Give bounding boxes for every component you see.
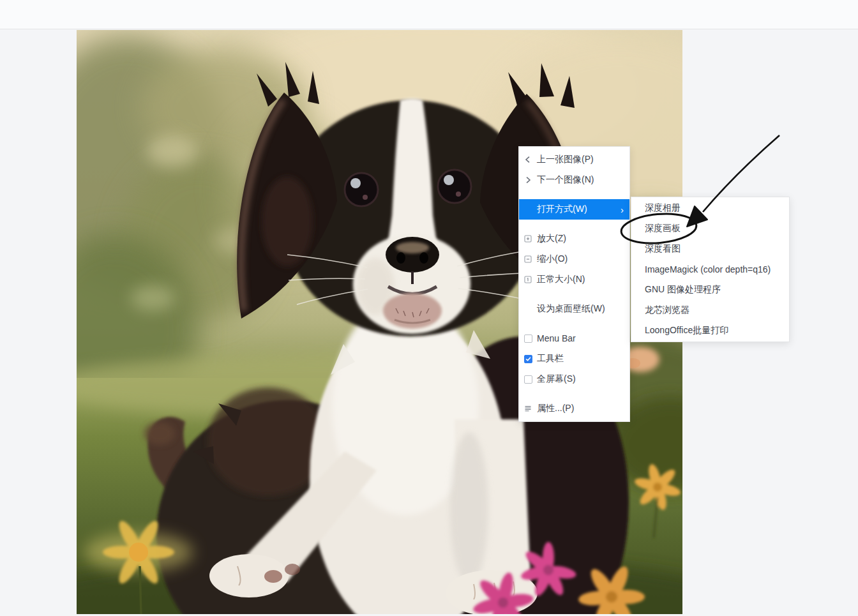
submenu-item-deepin-album[interactable]: 深度相册: [631, 198, 789, 218]
submenu-item-label: 深度看图: [645, 243, 681, 255]
submenu-item-label: 深度画板: [645, 223, 681, 234]
menu-item-toolbar[interactable]: 工具栏: [519, 349, 629, 369]
screen: { "context_menu": { "items": [ { "label"…: [0, 0, 858, 616]
menu-item-label: 全屏幕(S): [537, 373, 624, 385]
menu-separator-gap: [519, 190, 629, 199]
menu-item-zoom-in[interactable]: 放大(Z): [519, 229, 629, 249]
menu-item-properties[interactable]: 属性...(P): [519, 398, 629, 419]
open-with-submenu: 深度相册 深度画板 深度看图 ImageMagick (color depth=…: [631, 197, 790, 342]
checkbox-checked-icon: [519, 355, 537, 363]
menu-item-open-with[interactable]: 打开方式(W) ›: [519, 199, 629, 220]
menu-separator-gap: [519, 389, 629, 398]
menu-item-previous-image[interactable]: 上一张图像(P): [519, 149, 629, 170]
submenu-item-label: 龙芯浏览器: [645, 304, 689, 316]
submenu-item-loongoffice-batch-print[interactable]: LoongOffice批量打印: [631, 320, 789, 341]
viewer-toolbar-strip: [0, 0, 858, 29]
submenu-item-deepin-image-viewer[interactable]: 深度看图: [631, 239, 789, 259]
submenu-item-label: ImageMagick (color depth=q16): [645, 264, 771, 274]
submenu-item-deepin-draw[interactable]: 深度画板: [631, 218, 789, 239]
zoom-in-icon: [519, 235, 537, 243]
menu-item-label: 下一个图像(N): [537, 174, 624, 186]
menu-item-menu-bar[interactable]: Menu Bar: [519, 328, 629, 349]
properties-lines-icon: [519, 405, 537, 412]
menu-separator-gap: [519, 319, 629, 328]
submenu-item-loongson-browser[interactable]: 龙芯浏览器: [631, 300, 789, 320]
menu-item-set-wallpaper[interactable]: 设为桌面壁纸(W): [519, 299, 629, 319]
submenu-item-gnu-image-program[interactable]: GNU 图像处理程序: [631, 280, 789, 300]
menu-item-label: Menu Bar: [537, 333, 624, 343]
menu-item-label: 属性...(P): [537, 403, 624, 414]
checkbox-unchecked-icon: [519, 375, 537, 384]
submenu-item-label: 深度相册: [645, 202, 681, 214]
chevron-left-icon: [519, 156, 537, 163]
one-to-one-icon: [519, 276, 537, 283]
submenu-item-label: GNU 图像处理程序: [645, 284, 721, 296]
zoom-out-icon: [519, 255, 537, 263]
menu-item-label: 缩小(O): [537, 253, 624, 265]
menu-item-zoom-out[interactable]: 缩小(O): [519, 249, 629, 269]
submenu-arrow-icon: ›: [621, 205, 624, 214]
submenu-item-label: LoongOffice批量打印: [645, 325, 728, 336]
menu-separator-gap: [519, 220, 629, 229]
menu-item-label: 上一张图像(P): [537, 154, 624, 165]
menu-item-label: 打开方式(W): [537, 204, 621, 215]
menu-item-normal-size[interactable]: 正常大小(N): [519, 269, 629, 290]
menu-separator-gap: [519, 290, 629, 299]
chevron-right-icon: [519, 176, 537, 184]
checkbox-unchecked-icon: [519, 334, 537, 343]
menu-item-label: 正常大小(N): [537, 274, 624, 285]
menu-item-label: 工具栏: [537, 353, 624, 364]
menu-item-next-image[interactable]: 下一个图像(N): [519, 170, 629, 190]
menu-item-label: 设为桌面壁纸(W): [537, 303, 624, 315]
menu-item-label: 放大(Z): [537, 233, 624, 244]
submenu-item-imagemagick[interactable]: ImageMagick (color depth=q16): [631, 259, 789, 280]
menu-item-fullscreen[interactable]: 全屏幕(S): [519, 369, 629, 389]
context-menu: 上一张图像(P) 下一个图像(N) 打开方式(W) › 放大(Z) 缩小(O) …: [518, 146, 630, 422]
